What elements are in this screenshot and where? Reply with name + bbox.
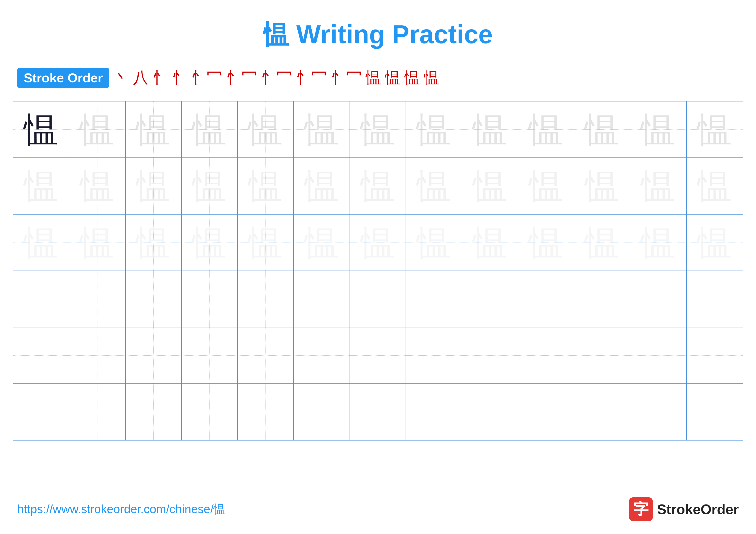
char-display: 愠 bbox=[417, 225, 451, 260]
cell-3-9[interactable]: 愠 bbox=[462, 215, 518, 270]
cell-6-5[interactable] bbox=[238, 384, 294, 440]
cell-6-1[interactable] bbox=[14, 384, 69, 440]
cell-5-1[interactable] bbox=[14, 327, 69, 383]
cell-5-13[interactable] bbox=[687, 327, 742, 383]
cell-5-10[interactable] bbox=[518, 327, 574, 383]
char-display: 愠 bbox=[417, 112, 451, 147]
cell-5-4[interactable] bbox=[182, 327, 238, 383]
cell-3-2[interactable]: 愠 bbox=[69, 215, 125, 270]
char-display: 愠 bbox=[192, 112, 227, 147]
cell-4-3[interactable] bbox=[126, 271, 182, 327]
cell-6-6[interactable] bbox=[294, 384, 350, 440]
cell-1-9[interactable]: 愠 bbox=[462, 101, 518, 158]
cell-3-7[interactable]: 愠 bbox=[350, 215, 406, 270]
char-display: 愠 bbox=[248, 112, 283, 147]
cell-3-5[interactable]: 愠 bbox=[238, 215, 294, 270]
cell-3-11[interactable]: 愠 bbox=[574, 215, 630, 270]
cell-6-9[interactable] bbox=[462, 384, 518, 440]
cell-6-11[interactable] bbox=[574, 384, 630, 440]
cell-2-3[interactable]: 愠 bbox=[126, 158, 182, 214]
cell-6-10[interactable] bbox=[518, 384, 574, 440]
cell-4-11[interactable] bbox=[574, 271, 630, 327]
cell-1-6[interactable]: 愠 bbox=[294, 101, 350, 158]
cell-3-1[interactable]: 愠 bbox=[14, 215, 69, 270]
cell-1-3[interactable]: 愠 bbox=[126, 101, 182, 158]
cell-2-10[interactable]: 愠 bbox=[518, 158, 574, 214]
cell-1-11[interactable]: 愠 bbox=[574, 101, 630, 158]
cell-5-6[interactable] bbox=[294, 327, 350, 383]
cell-2-8[interactable]: 愠 bbox=[406, 158, 462, 214]
stroke-10: 愠 bbox=[366, 67, 381, 88]
cell-6-8[interactable] bbox=[406, 384, 462, 440]
cell-5-7[interactable] bbox=[350, 327, 406, 383]
cell-2-4[interactable]: 愠 bbox=[182, 158, 238, 214]
cell-1-1[interactable]: 愠 bbox=[14, 101, 69, 158]
cell-2-5[interactable]: 愠 bbox=[238, 158, 294, 214]
char-display: 愠 bbox=[80, 169, 115, 203]
cell-2-2[interactable]: 愠 bbox=[69, 158, 125, 214]
char-display: 愠 bbox=[136, 169, 171, 203]
cell-6-3[interactable] bbox=[126, 384, 182, 440]
cell-2-9[interactable]: 愠 bbox=[462, 158, 518, 214]
cell-4-13[interactable] bbox=[687, 271, 742, 327]
cell-1-13[interactable]: 愠 bbox=[687, 101, 742, 158]
cell-3-3[interactable]: 愠 bbox=[126, 215, 182, 270]
cell-5-11[interactable] bbox=[574, 327, 630, 383]
cell-6-2[interactable] bbox=[69, 384, 125, 440]
grid-row-6 bbox=[14, 384, 742, 440]
cell-1-5[interactable]: 愠 bbox=[238, 101, 294, 158]
cell-2-11[interactable]: 愠 bbox=[574, 158, 630, 214]
cell-1-4[interactable]: 愠 bbox=[182, 101, 238, 158]
cell-5-12[interactable] bbox=[630, 327, 687, 383]
cell-6-7[interactable] bbox=[350, 384, 406, 440]
cell-2-6[interactable]: 愠 bbox=[294, 158, 350, 214]
cell-3-8[interactable]: 愠 bbox=[406, 215, 462, 270]
cell-4-12[interactable] bbox=[630, 271, 687, 327]
char-display: 愠 bbox=[585, 112, 619, 147]
cell-3-10[interactable]: 愠 bbox=[518, 215, 574, 270]
cell-4-1[interactable] bbox=[14, 271, 69, 327]
char-display: 愠 bbox=[585, 169, 619, 203]
cell-3-13[interactable]: 愠 bbox=[687, 215, 742, 270]
cell-1-8[interactable]: 愠 bbox=[406, 101, 462, 158]
char-display: 愠 bbox=[697, 169, 732, 203]
stroke-11: 愠 bbox=[385, 67, 401, 88]
stroke-2: 八 bbox=[133, 67, 148, 88]
cell-1-7[interactable]: 愠 bbox=[350, 101, 406, 158]
cell-4-7[interactable] bbox=[350, 271, 406, 327]
cell-6-4[interactable] bbox=[182, 384, 238, 440]
cell-4-2[interactable] bbox=[69, 271, 125, 327]
char-display: 愠 bbox=[305, 225, 339, 260]
char-display: 愠 bbox=[641, 112, 675, 147]
cell-2-13[interactable]: 愠 bbox=[687, 158, 742, 214]
cell-4-6[interactable] bbox=[294, 271, 350, 327]
cell-4-10[interactable] bbox=[518, 271, 574, 327]
char-display: 愠 bbox=[417, 169, 451, 203]
cell-4-8[interactable] bbox=[406, 271, 462, 327]
footer-url[interactable]: https://www.strokeorder.com/chinese/愠 bbox=[17, 501, 226, 517]
cell-3-6[interactable]: 愠 bbox=[294, 215, 350, 270]
char-display: 愠 bbox=[529, 169, 563, 203]
cell-5-2[interactable] bbox=[69, 327, 125, 383]
cell-6-12[interactable] bbox=[630, 384, 687, 440]
grid-row-5 bbox=[14, 327, 742, 384]
cell-4-4[interactable] bbox=[182, 271, 238, 327]
cell-6-13[interactable] bbox=[687, 384, 742, 440]
cell-5-3[interactable] bbox=[126, 327, 182, 383]
cell-4-5[interactable] bbox=[238, 271, 294, 327]
cell-5-9[interactable] bbox=[462, 327, 518, 383]
cell-3-12[interactable]: 愠 bbox=[630, 215, 687, 270]
cell-2-7[interactable]: 愠 bbox=[350, 158, 406, 214]
cell-1-2[interactable]: 愠 bbox=[69, 101, 125, 158]
cell-5-5[interactable] bbox=[238, 327, 294, 383]
cell-3-4[interactable]: 愠 bbox=[182, 215, 238, 270]
cell-1-12[interactable]: 愠 bbox=[630, 101, 687, 158]
cell-5-8[interactable] bbox=[406, 327, 462, 383]
char-display: 愠 bbox=[529, 225, 563, 260]
cell-4-9[interactable] bbox=[462, 271, 518, 327]
cell-2-12[interactable]: 愠 bbox=[630, 158, 687, 214]
stroke-order-badge: Stroke Order bbox=[17, 68, 109, 88]
cell-2-1[interactable]: 愠 bbox=[14, 158, 69, 214]
cell-1-10[interactable]: 愠 bbox=[518, 101, 574, 158]
stroke-1: 丶 bbox=[114, 67, 129, 88]
